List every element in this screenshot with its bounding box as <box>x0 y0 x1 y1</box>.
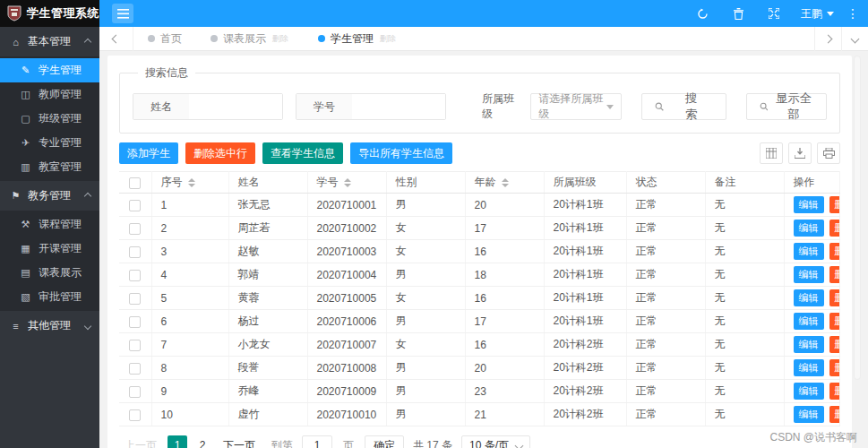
delete-button[interactable]: 删除 <box>829 266 840 283</box>
table-row: 10虚竹2020710010男2120计科2班正常无编辑删除 <box>119 403 840 426</box>
sidebar-item-classes[interactable]: ▢班级管理 <box>0 107 99 131</box>
collapse-sidebar-button[interactable] <box>112 4 133 23</box>
sort-icon[interactable] <box>188 178 195 187</box>
export-button[interactable] <box>788 142 812 164</box>
tab-home[interactable]: 首页 <box>133 27 196 51</box>
pencil-icon: ✎ <box>20 65 31 76</box>
row-checkbox[interactable] <box>129 293 141 305</box>
sidebar-item-approval[interactable]: ▧审批管理 <box>0 285 99 309</box>
page-button[interactable]: 2 <box>193 435 212 448</box>
class-select[interactable]: 请选择所属班级 <box>530 93 622 120</box>
add-student-button[interactable]: 添加学生 <box>119 142 178 164</box>
table-icon: ▤ <box>20 267 31 279</box>
delete-button[interactable]: 删除 <box>829 196 840 213</box>
tab-close-button[interactable]: 删除 <box>272 33 288 45</box>
goto-page-input[interactable] <box>302 435 332 448</box>
edit-button[interactable]: 编辑 <box>794 313 824 330</box>
edit-button[interactable]: 编辑 <box>794 196 824 213</box>
cell-actions: 编辑删除 <box>784 403 840 426</box>
calendar-icon: ▦ <box>20 243 31 254</box>
monitor-icon: ▢ <box>20 113 31 125</box>
view-student-button[interactable]: 查看学生信息 <box>262 142 343 164</box>
edit-button[interactable]: 编辑 <box>794 220 824 237</box>
sidebar-item-course-offering[interactable]: ▦开课管理 <box>0 237 99 261</box>
cell-actions: 编辑删除 <box>784 217 840 240</box>
delete-button[interactable]: 删除 <box>829 336 840 353</box>
sidebar-item-majors[interactable]: ✈专业管理 <box>0 131 99 155</box>
print-button[interactable] <box>817 142 840 164</box>
name-input[interactable] <box>189 94 282 119</box>
delete-button[interactable]: 删除 <box>829 243 840 260</box>
show-all-button[interactable]: 显示全部 <box>746 93 827 120</box>
fullscreen-button[interactable] <box>756 0 792 27</box>
sidebar-item-timetable[interactable]: ▤课表展示 <box>0 261 99 285</box>
sort-icon[interactable] <box>344 178 351 187</box>
search-button[interactable]: 搜 索 <box>641 93 726 120</box>
sidebar-section-basic[interactable]: ⌂基本管理 <box>0 27 99 56</box>
students-table: 序号 姓名 学号 性别 年龄 所属班级 状态 备注 操作 1张无忌2020710… <box>119 171 840 426</box>
delete-button[interactable]: 删除 <box>829 359 840 376</box>
next-page-button[interactable]: 下一页 <box>218 435 261 448</box>
refresh-button[interactable] <box>684 0 720 27</box>
cell-actions: 编辑删除 <box>784 380 840 403</box>
clear-cache-button[interactable] <box>720 0 756 27</box>
cell-name: 小龙女 <box>228 333 307 357</box>
tab-timetable[interactable]: 课表展示 删除 <box>196 27 304 51</box>
delete-button[interactable]: 删除 <box>829 289 840 306</box>
page-button[interactable]: 1 <box>168 435 187 448</box>
sidebar-item-classrooms[interactable]: ▥教室管理 <box>0 155 99 179</box>
column-header-index[interactable]: 序号 <box>151 172 228 194</box>
tab-students[interactable]: 学生管理 删除 <box>304 27 411 51</box>
delete-button[interactable]: 删除 <box>829 313 840 330</box>
cell-student-id: 2020710009 <box>307 380 386 403</box>
edit-button[interactable]: 编辑 <box>794 359 824 376</box>
cell-name: 赵敏 <box>228 240 307 263</box>
row-checkbox[interactable] <box>129 340 141 351</box>
hammer-icon: ⚒ <box>20 219 31 230</box>
prev-page-button[interactable]: 上一页 <box>119 435 162 448</box>
delete-button[interactable]: 删除 <box>829 383 840 400</box>
sidebar-item-teachers[interactable]: ◫教师管理 <box>0 82 99 107</box>
more-options-button[interactable]: ⋮ <box>843 6 863 21</box>
select-all-checkbox[interactable] <box>129 177 141 189</box>
filter-columns-button[interactable] <box>760 142 783 164</box>
cell-student-id: 2020710006 <box>307 310 386 333</box>
row-checkbox[interactable] <box>129 316 141 328</box>
sidebar-section-other[interactable]: ≡其他管理 <box>0 311 99 340</box>
column-header-age[interactable]: 年龄 <box>465 172 544 194</box>
edit-button[interactable]: 编辑 <box>794 406 824 423</box>
tabs-menu-button[interactable] <box>841 27 868 51</box>
delete-button[interactable]: 删除 <box>829 406 840 423</box>
export-all-button[interactable]: 导出所有学生信息 <box>350 142 452 164</box>
row-checkbox[interactable] <box>129 246 141 258</box>
delete-button[interactable]: 删除 <box>829 220 840 237</box>
tabs-scroll-left-button[interactable] <box>99 27 133 51</box>
student-id-input[interactable] <box>352 94 445 119</box>
delete-selected-button[interactable]: 删除选中行 <box>185 142 255 164</box>
sidebar-item-courses[interactable]: ⚒课程管理 <box>0 212 99 237</box>
edit-button[interactable]: 编辑 <box>794 266 824 283</box>
tabs-scroll-right-button[interactable] <box>814 27 841 51</box>
row-checkbox[interactable] <box>129 223 141 235</box>
briefcase-icon: ◫ <box>20 89 31 100</box>
row-checkbox[interactable] <box>129 200 141 211</box>
chevron-down-icon <box>606 105 614 109</box>
column-header-student-id[interactable]: 学号 <box>307 172 386 194</box>
row-checkbox[interactable] <box>129 409 141 421</box>
tab-close-button[interactable]: 删除 <box>380 33 396 45</box>
edit-button[interactable]: 编辑 <box>794 383 824 400</box>
edit-button[interactable]: 编辑 <box>794 243 824 260</box>
scrollbar[interactable] <box>854 56 861 380</box>
row-checkbox[interactable] <box>129 386 141 398</box>
goto-confirm-button[interactable]: 确定 <box>365 435 404 448</box>
sort-icon[interactable] <box>502 178 509 187</box>
row-checkbox[interactable] <box>129 363 141 375</box>
edit-button[interactable]: 编辑 <box>794 289 824 306</box>
edit-button[interactable]: 编辑 <box>794 336 824 353</box>
page-size-select[interactable]: 10 条/页 <box>461 435 530 448</box>
row-checkbox[interactable] <box>129 270 141 281</box>
sidebar-section-academic[interactable]: ⚑教务管理 <box>0 181 99 211</box>
user-menu[interactable]: 王鹏 <box>792 0 843 27</box>
sidebar-item-students[interactable]: ✎学生管理 <box>0 58 99 82</box>
cell-age: 17 <box>465 310 544 333</box>
